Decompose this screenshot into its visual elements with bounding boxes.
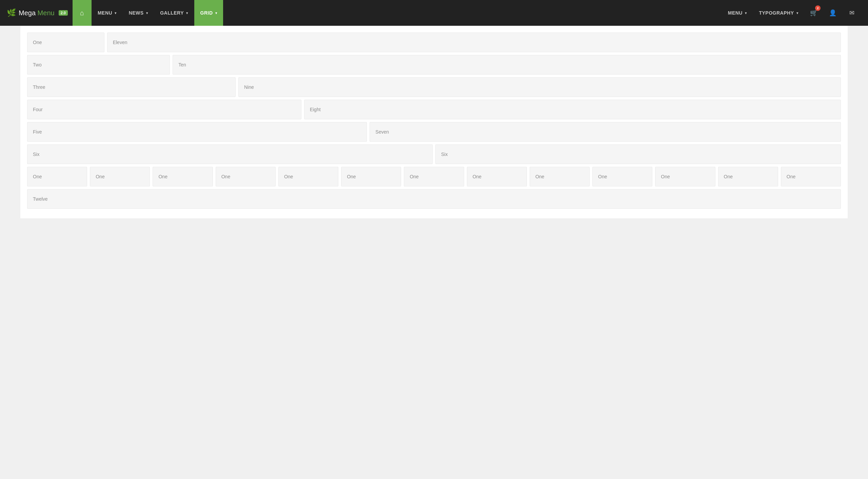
brand-logo[interactable]: 🌿 Mega Menu 2.0 (7, 8, 68, 17)
grid-row-1: One Eleven (27, 33, 841, 52)
grid-cell-one: One (27, 33, 104, 52)
grid-cell-one-4: One (278, 167, 338, 186)
grid-cell-one-6: One (404, 167, 464, 186)
cart-badge: 2 (815, 5, 821, 11)
grid-cell-ten: Ten (173, 55, 841, 75)
grid-cell-one-0: One (27, 167, 87, 186)
user-button[interactable]: 👤 (823, 0, 842, 26)
nav-links-right: MENU ▾ TYPOGRAPHY ▾ 🛒 2 👤 ✉ (722, 0, 861, 26)
grid-cell-one-1: One (90, 167, 150, 186)
grid-cell-nine: Nine (238, 77, 841, 97)
nav-news[interactable]: NEWS ▾ (123, 0, 154, 26)
navbar: 🌿 Mega Menu 2.0 ⌂ MENU ▾ NEWS ▾ GALLERY … (0, 0, 868, 26)
nav-grid[interactable]: GRID ▾ (194, 0, 223, 26)
brand-version: 2.0 (59, 10, 68, 16)
home-button[interactable]: ⌂ (73, 0, 92, 26)
grid-cell-one-11: One (718, 167, 778, 186)
chevron-icon: ▾ (115, 11, 117, 15)
grid-cell-five: Five (27, 122, 367, 142)
grid-cell-seven: Seven (370, 122, 841, 142)
chevron-icon: ▾ (146, 11, 148, 15)
grid-cell-twelve: Twelve (27, 189, 841, 209)
cart-button[interactable]: 🛒 2 (804, 0, 823, 26)
main-content: One Eleven Two Ten Three Nine (20, 26, 848, 218)
grid-cell-eleven: Eleven (107, 33, 841, 52)
nav-links-left: MENU ▾ NEWS ▾ GALLERY ▾ GRID ▾ (92, 0, 223, 26)
chevron-icon: ▾ (215, 11, 217, 15)
grid-row-8: Twelve (27, 189, 841, 209)
nav-typography[interactable]: TYPOGRAPHY ▾ (753, 0, 804, 26)
grid-cell-two: Two (27, 55, 170, 75)
grid-cell-one-5: One (341, 167, 401, 186)
grid-cell-one-12: One (781, 167, 841, 186)
user-icon: 👤 (829, 9, 836, 17)
grid-cell-one-3: One (216, 167, 276, 186)
home-icon: ⌂ (80, 9, 84, 17)
page-wrapper: 🌿 Mega Menu 2.0 ⌂ MENU ▾ NEWS ▾ GALLERY … (0, 0, 868, 479)
chevron-icon: ▾ (745, 11, 747, 15)
nav-menu[interactable]: MENU ▾ (92, 0, 123, 26)
grid-cell-one-7: One (467, 167, 527, 186)
grid-cell-six-right: Six (435, 144, 841, 164)
chevron-icon: ▾ (186, 11, 188, 15)
mail-icon: ✉ (849, 9, 854, 17)
grid-cell-eight: Eight (304, 100, 841, 119)
grid-row-3: Three Nine (27, 77, 841, 97)
grid-cell-one-2: One (153, 167, 213, 186)
grid-cell-three: Three (27, 77, 236, 97)
chevron-icon: ▾ (796, 11, 798, 15)
leaf-icon: 🌿 (7, 8, 16, 17)
grid-row-7: One One One One One One One One (27, 167, 841, 186)
grid-cell-six-left: Six (27, 144, 433, 164)
grid-cell-one-10: One (655, 167, 715, 186)
nav-menu-right[interactable]: MENU ▾ (722, 0, 753, 26)
grid-row-5: Five Seven (27, 122, 841, 142)
grid-row-2: Two Ten (27, 55, 841, 75)
grid-cell-one-9: One (592, 167, 652, 186)
grid-cell-four: Four (27, 100, 301, 119)
mail-button[interactable]: ✉ (842, 0, 861, 26)
grid-row-6: Six Six (27, 144, 841, 164)
brand-name: Mega Menu (19, 9, 55, 17)
grid-cell-one-8: One (530, 167, 590, 186)
nav-gallery[interactable]: GALLERY ▾ (154, 0, 194, 26)
grid-row-4: Four Eight (27, 100, 841, 119)
